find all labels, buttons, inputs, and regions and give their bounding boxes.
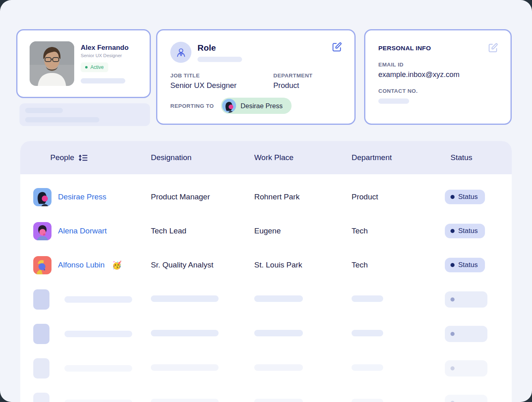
skeleton-dot-icon <box>450 366 455 370</box>
status-pill[interactable]: Status <box>445 224 485 238</box>
status-dot-icon <box>450 229 455 233</box>
active-dot-icon <box>85 66 88 68</box>
edit-square-icon <box>488 43 498 53</box>
skeleton-dot-icon <box>450 332 455 336</box>
avatar <box>33 256 51 274</box>
skeleton-bar <box>378 98 409 104</box>
status-label: Status <box>458 261 478 269</box>
edit-square-icon <box>332 42 342 52</box>
skeleton-bar <box>254 330 303 336</box>
skeleton-bar <box>64 365 132 372</box>
role-edit-button[interactable] <box>332 42 342 52</box>
column-header-department[interactable]: Department <box>352 153 445 162</box>
skeleton-status-pill <box>445 291 487 308</box>
skeleton-avatar <box>33 289 49 310</box>
skeleton-bar <box>151 364 219 371</box>
skeleton-bar <box>25 117 99 122</box>
skeleton-bar <box>151 330 219 336</box>
skeleton-bar <box>254 295 303 302</box>
work-place-cell: St. Louis Park <box>254 261 352 269</box>
skeleton-bar <box>352 330 383 336</box>
job-title-label: JOB TITLE <box>170 73 273 79</box>
email-value: example.inbox@xyz.com <box>378 71 498 79</box>
status-badge: Active <box>81 62 108 72</box>
email-label: EMAIL ID <box>378 62 498 68</box>
person-name-link[interactable]: Alena Dorwart <box>58 227 107 235</box>
user-tie-icon <box>176 47 187 58</box>
profile-name: Alex Fernando <box>81 44 129 52</box>
table-row[interactable]: Alfonso Lubin 🥳 Sr. Quality Analyst St. … <box>20 248 512 282</box>
department-cell: Tech <box>352 261 445 269</box>
name-emoji: 🥳 <box>112 261 122 270</box>
avatar <box>33 222 51 240</box>
column-header-status[interactable]: Status <box>445 153 499 162</box>
skeleton-dot-icon <box>450 297 455 302</box>
skeleton-bar <box>352 295 383 302</box>
illustrated-woman-dark-hair-icon <box>33 188 51 206</box>
table-row[interactable]: Alena Dorwart Tech Lead Eugene Tech Stat… <box>20 214 512 248</box>
status-pill[interactable]: Status <box>445 258 485 272</box>
personal-info-edit-button[interactable] <box>488 43 498 53</box>
skeleton-table-row <box>20 351 512 385</box>
status-dot-icon <box>450 195 455 199</box>
sort-arrows-list-icon[interactable] <box>78 154 88 162</box>
employee-profile-page: Alex Fernando Senior UX Designer Active <box>0 0 532 402</box>
illustrated-woman-dark-hair-icon <box>222 99 236 113</box>
profile-info: Alex Fernando Senior UX Designer Active <box>81 44 129 83</box>
status-dot-icon <box>450 263 455 267</box>
skeleton-status-pill <box>445 326 487 342</box>
skeleton-table-row <box>20 282 512 316</box>
skeleton-card <box>19 103 150 126</box>
table-body: Desirae Press Product Manager Rohnert Pa… <box>20 174 512 402</box>
job-title-value: Senior UX Designer <box>170 81 273 90</box>
column-header-designation[interactable]: Designation <box>151 153 254 162</box>
role-card-title: Role <box>197 43 242 53</box>
profile-card[interactable]: Alex Fernando Senior UX Designer Active <box>16 29 151 98</box>
people-header-label: People <box>50 153 74 162</box>
illustrated-man-yellow-cap-icon <box>33 256 51 274</box>
skeleton-dot-icon <box>450 401 455 402</box>
column-header-work-place[interactable]: Work Place <box>254 153 352 162</box>
skeleton-bar <box>64 296 132 303</box>
active-label: Active <box>90 64 104 70</box>
profile-job-title: Senior UX Designer <box>81 53 129 58</box>
skeleton-bar <box>352 399 383 402</box>
reporting-to-label: REPORTING TO <box>170 103 214 109</box>
personal-info-title: PERSONAL INFO <box>378 45 431 52</box>
role-icon-circle <box>170 42 191 63</box>
skeleton-bar <box>81 78 125 83</box>
table-row[interactable]: Desirae Press Product Manager Rohnert Pa… <box>20 180 512 214</box>
skeleton-bar <box>352 364 383 371</box>
skeleton-bar <box>64 331 132 337</box>
status-label: Status <box>458 227 478 235</box>
designation-cell: Product Manager <box>151 192 254 201</box>
designation-cell: Tech Lead <box>151 227 254 235</box>
department-value: Product <box>273 81 313 90</box>
skeleton-bar <box>151 399 219 402</box>
work-place-cell: Rohnert Park <box>254 192 352 201</box>
avatar <box>33 188 51 206</box>
status-label: Status <box>458 193 478 201</box>
skeleton-status-pill <box>445 360 487 376</box>
reporting-to-chip[interactable]: Desirae Press <box>221 98 292 114</box>
work-place-cell: Eugene <box>254 227 352 235</box>
skeleton-bar <box>254 364 303 371</box>
role-card: Role JOB TITLE Senior UX Designer DEPART… <box>156 29 356 125</box>
skeleton-bar <box>197 57 242 62</box>
illustrated-woman-curly-hair-icon <box>33 222 51 240</box>
person-name-link[interactable]: Desirae Press <box>58 192 106 201</box>
people-table: People Designation Work Place Department… <box>20 141 512 402</box>
reporting-to-name: Desirae Press <box>240 102 283 110</box>
column-header-people[interactable]: People <box>33 153 151 162</box>
status-pill[interactable]: Status <box>445 190 485 204</box>
profile-photo <box>30 41 74 86</box>
skeleton-bar <box>64 400 132 402</box>
skeleton-table-row <box>20 385 512 402</box>
skeleton-table-row <box>20 316 512 351</box>
department-cell: Product <box>352 192 445 201</box>
avatar <box>222 99 236 113</box>
skeleton-avatar <box>33 358 49 378</box>
person-name-link[interactable]: Alfonso Lubin <box>58 261 105 269</box>
skeleton-status-pill <box>445 395 487 402</box>
skeleton-bar <box>151 295 219 302</box>
